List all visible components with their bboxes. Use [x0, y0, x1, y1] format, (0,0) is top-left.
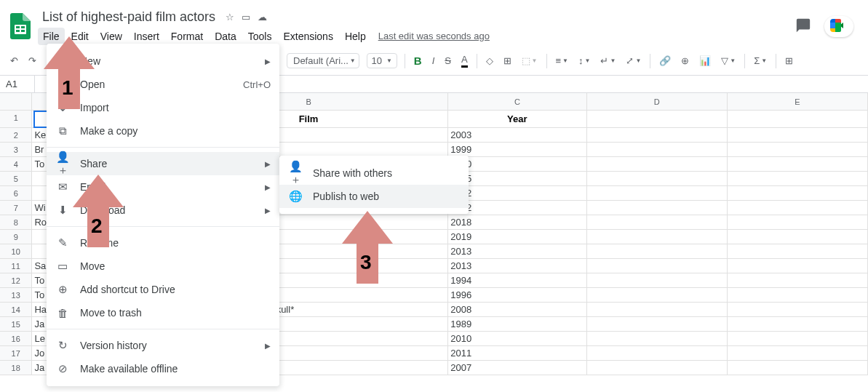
- cell[interactable]: 2005: [448, 172, 586, 185]
- row-header[interactable]: 17: [0, 346, 32, 360]
- cell[interactable]: 2013: [448, 259, 586, 273]
- text-color-button[interactable]: A: [457, 51, 472, 71]
- meet-button[interactable]: [824, 16, 853, 37]
- menu-email[interactable]: ✉Email▶: [47, 175, 279, 199]
- cell[interactable]: 2003: [448, 128, 586, 142]
- cell[interactable]: [587, 244, 728, 258]
- cell[interactable]: 2018: [448, 215, 586, 229]
- cell[interactable]: [587, 259, 728, 273]
- strikethrough-button[interactable]: S: [440, 52, 455, 69]
- col-header-c[interactable]: C: [448, 93, 586, 110]
- row-header[interactable]: 4: [0, 157, 32, 171]
- valign-button[interactable]: ↕▼: [574, 52, 594, 69]
- font-selector[interactable]: Default (Ari...▼: [287, 53, 359, 68]
- cell[interactable]: [587, 346, 728, 360]
- halign-button[interactable]: ≡▼: [552, 52, 573, 69]
- row-header[interactable]: 2: [0, 128, 32, 142]
- cell[interactable]: [728, 128, 868, 142]
- row-header[interactable]: 18: [0, 361, 32, 375]
- more-button[interactable]: ⊞: [781, 52, 797, 69]
- menu-import[interactable]: ↧Import: [47, 96, 279, 119]
- cell[interactable]: [728, 273, 868, 287]
- comments-icon[interactable]: [795, 17, 811, 36]
- cell[interactable]: 2000: [448, 157, 586, 171]
- italic-button[interactable]: I: [428, 52, 439, 69]
- row-header[interactable]: 13: [0, 288, 32, 302]
- row-header[interactable]: 9: [0, 230, 32, 244]
- cell[interactable]: [587, 317, 728, 331]
- rotate-button[interactable]: ⤢▼: [621, 52, 645, 69]
- row-header[interactable]: 8: [0, 215, 32, 229]
- move-folder-icon[interactable]: ▭: [242, 12, 250, 23]
- menu-format[interactable]: Format: [166, 28, 208, 45]
- col-header-e[interactable]: E: [728, 93, 868, 110]
- cell[interactable]: [587, 172, 728, 185]
- cell[interactable]: [587, 128, 728, 142]
- cell[interactable]: 2019: [448, 230, 586, 244]
- cell[interactable]: [728, 346, 868, 360]
- cell[interactable]: 1996: [448, 288, 586, 302]
- link-button[interactable]: 🔗: [655, 52, 675, 69]
- menu-open[interactable]: ▭OpenCtrl+O: [47, 73, 279, 96]
- row-header[interactable]: 5: [0, 172, 32, 185]
- menu-download[interactable]: ⬇Download▶: [47, 199, 279, 222]
- cell[interactable]: [587, 111, 728, 127]
- menu-file[interactable]: File: [38, 28, 65, 45]
- name-box[interactable]: A1: [0, 76, 35, 92]
- chart-button[interactable]: 📊: [695, 52, 715, 69]
- last-edit-link[interactable]: Last edit was seconds ago: [378, 31, 490, 41]
- submenu-publish-web[interactable]: 🌐Publish to web: [279, 185, 469, 208]
- cell[interactable]: 2012: [448, 201, 586, 215]
- row-header[interactable]: 14: [0, 303, 32, 316]
- cell[interactable]: [728, 230, 868, 244]
- cell[interactable]: Year: [448, 111, 586, 127]
- row-header[interactable]: 6: [0, 186, 32, 200]
- cell[interactable]: [728, 244, 868, 258]
- cell[interactable]: 2011: [448, 346, 586, 360]
- row-header[interactable]: 11: [0, 259, 32, 273]
- borders-button[interactable]: ⊞: [499, 52, 516, 69]
- menu-insert[interactable]: Insert: [129, 28, 164, 45]
- row-header[interactable]: 7: [0, 201, 32, 215]
- cell[interactable]: [728, 186, 868, 200]
- cell[interactable]: [587, 361, 728, 375]
- row-header[interactable]: 12: [0, 273, 32, 287]
- cell[interactable]: [587, 332, 728, 345]
- row-header[interactable]: 15: [0, 317, 32, 331]
- col-header-d[interactable]: D: [587, 93, 728, 110]
- row-header[interactable]: 10: [0, 244, 32, 258]
- menu-rename[interactable]: ✎Rename: [47, 231, 279, 255]
- menu-move[interactable]: ▭Move: [47, 255, 279, 278]
- menu-version-history[interactable]: ↻Version history▶: [47, 334, 279, 357]
- star-icon[interactable]: ☆: [226, 12, 234, 23]
- cell[interactable]: 2007: [448, 361, 586, 375]
- undo-button[interactable]: ↶: [6, 52, 23, 69]
- functions-button[interactable]: Σ▼: [749, 52, 771, 69]
- menu-trash[interactable]: 🗑Move to trash: [47, 301, 279, 324]
- menu-help[interactable]: Help: [340, 28, 371, 45]
- cell[interactable]: 1989: [448, 317, 586, 331]
- cell[interactable]: [587, 230, 728, 244]
- comment-button[interactable]: ⊕: [677, 52, 693, 69]
- filter-button[interactable]: ▽▼: [717, 52, 740, 69]
- menu-data[interactable]: Data: [210, 28, 242, 45]
- fill-color-button[interactable]: ◇: [482, 52, 498, 69]
- menu-edit[interactable]: Edit: [66, 28, 94, 45]
- cell[interactable]: 1994: [448, 273, 586, 287]
- cell[interactable]: [728, 172, 868, 185]
- cell[interactable]: [728, 215, 868, 229]
- cell[interactable]: [587, 201, 728, 215]
- menu-extensions[interactable]: Extensions: [278, 28, 338, 45]
- cell[interactable]: [728, 259, 868, 273]
- font-size-selector[interactable]: 10▼: [367, 53, 397, 68]
- wrap-button[interactable]: ↵▼: [596, 52, 620, 69]
- cell[interactable]: [587, 215, 728, 229]
- bold-button[interactable]: B: [410, 52, 426, 70]
- menu-view[interactable]: View: [95, 28, 127, 45]
- menu-add-shortcut[interactable]: ⊕Add shortcut to Drive: [47, 278, 279, 301]
- cell[interactable]: [728, 201, 868, 215]
- submenu-share-others[interactable]: 👤＋Share with others: [279, 161, 469, 185]
- sheets-logo[interactable]: [6, 12, 35, 41]
- cell[interactable]: [587, 143, 728, 156]
- row-header[interactable]: 3: [0, 143, 32, 156]
